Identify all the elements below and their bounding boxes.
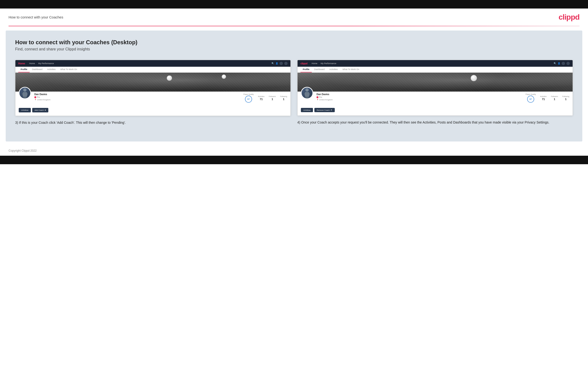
right-cover-texture [298, 73, 573, 92]
right-stats: Player Quality 97 Activities 71 Follower… [526, 92, 569, 103]
right-activities-label: Activities [540, 96, 547, 97]
right-remove-coach-button[interactable]: Remove Coach ✕ [314, 108, 335, 112]
left-stat-following: Following 1 [280, 96, 287, 100]
left-add-coach-button[interactable]: Add Coach + [32, 108, 48, 112]
left-action-buttons: Unfollow Add Coach + [15, 108, 290, 116]
left-mock-profile-area: Dan Davies Pro United Kingdom Play [15, 73, 290, 116]
left-settings-icon [280, 62, 283, 65]
page-header-title: How to connect with your Coaches [9, 15, 63, 19]
left-cover-image [15, 73, 290, 92]
left-following-value: 1 [280, 98, 287, 100]
left-stat-followers: Followers 1 [269, 96, 276, 100]
svg-rect-11 [307, 97, 309, 99]
left-stats: Player Quality 97 Activities 71 Follower… [243, 92, 287, 103]
left-user-icon: 👤 [276, 62, 278, 65]
left-followers-value: 1 [269, 98, 276, 100]
left-profile-info: Dan Davies Pro United Kingdom Play [15, 92, 290, 106]
right-following-label: Following [562, 96, 569, 97]
left-globe-icon [284, 62, 288, 65]
right-tab-dashboard[interactable]: Dashboard [312, 67, 327, 72]
right-followers-value: 1 [551, 98, 558, 100]
right-mock-nav: clippd Home My Performance 🔍 👤 [298, 60, 573, 67]
right-mock-browser: clippd Home My Performance 🔍 👤 [297, 60, 573, 116]
right-nav-performance: My Performance [320, 62, 336, 65]
left-pro-label: Pro [37, 96, 40, 98]
left-cover-ball [167, 75, 172, 81]
header-divider [9, 26, 579, 26]
right-settings-icon [562, 62, 565, 65]
right-location: United Kingdom [317, 99, 522, 101]
left-unfollow-button[interactable]: Unfollow [19, 108, 31, 112]
left-quality-circle: 97 [245, 96, 252, 103]
copyright-text: Copyright Clippd 2022 [9, 149, 37, 152]
left-tab-what-to-work-on[interactable]: What To Work On [58, 67, 80, 72]
page-subheading: Find, connect and share your Clippd insi… [15, 47, 573, 51]
right-avatar-wrap [301, 87, 313, 99]
left-avatar-golfer-svg [20, 88, 30, 99]
right-avatar-golfer-svg [302, 88, 312, 99]
right-activities-value: 71 [540, 98, 547, 100]
left-stat-activities: Activities 71 [258, 96, 265, 100]
left-mock-nav-links: Home My Performance [29, 62, 267, 65]
top-bar [0, 0, 588, 8]
right-tab-what-to-work-on[interactable]: What To Work On [340, 67, 362, 72]
left-caption: 3) If this is your Coach click 'Add Coac… [15, 120, 291, 125]
right-action-buttons: Unfollow Remove Coach ✕ [298, 108, 573, 116]
right-stat-activities: Activities 71 [540, 96, 547, 100]
right-avatar [301, 87, 313, 99]
right-quality-circle: 97 [527, 96, 534, 103]
screenshots-row: Home Home My Performance 🔍 👤 Profile [15, 60, 573, 125]
right-player-badge: Pro [317, 96, 522, 98]
left-cover-ball-right [222, 75, 226, 79]
left-search-icon: 🔍 [271, 62, 274, 65]
footer: Copyright Clippd 2022 [0, 146, 588, 156]
right-profile-text: Dan Davies Pro United Kingdom [317, 92, 522, 101]
left-stat-quality: Player Quality 97 [243, 93, 254, 103]
right-stat-followers: Followers 1 [551, 96, 558, 100]
left-mock-browser: Home Home My Performance 🔍 👤 Profile [15, 60, 291, 116]
right-remove-coach-label: Remove Coach [317, 109, 330, 111]
right-profile-info: Dan Davies Pro United Kingdom Play [298, 92, 573, 106]
left-nav-home: Home [29, 62, 35, 65]
left-activities-label: Activities [258, 96, 265, 97]
right-mock-nav-icons: 🔍 👤 [554, 62, 570, 65]
left-add-coach-plus-icon: + [44, 109, 46, 111]
right-globe-icon [566, 62, 570, 65]
page-header: How to connect with your Coaches clippd [0, 8, 588, 26]
left-tab-profile[interactable]: Profile [18, 67, 30, 72]
clippd-logo: clippd [559, 13, 579, 22]
left-player-name: Dan Davies [34, 93, 240, 96]
right-player-name: Dan Davies [317, 93, 522, 96]
right-nav-home: Home [311, 62, 317, 65]
right-mock-profile-area: Dan Davies Pro United Kingdom Play [298, 73, 573, 116]
svg-point-0 [23, 88, 26, 92]
right-search-icon: 🔍 [554, 62, 556, 65]
page-heading: How to connect with your Coaches (Deskto… [15, 39, 573, 46]
right-cover-image [298, 73, 573, 92]
right-pro-label: Pro [319, 96, 322, 98]
right-tab-activities[interactable]: Activities [327, 67, 340, 72]
left-tab-activities[interactable]: Activities [45, 67, 58, 72]
right-user-icon: 👤 [558, 62, 560, 65]
left-quality-label: Player Quality [243, 93, 254, 95]
right-nav-logo-text: clippd [300, 62, 307, 65]
right-tab-profile[interactable]: Profile [300, 67, 312, 72]
right-caption: 4) Once your Coach accepts your request … [297, 120, 573, 125]
right-unfollow-button[interactable]: Unfollow [301, 108, 313, 112]
right-badge-icon [317, 96, 318, 98]
left-followers-label: Followers [269, 96, 276, 97]
right-followers-label: Followers [551, 96, 558, 97]
left-mock-nav: Home Home My Performance 🔍 👤 [15, 60, 290, 67]
left-cover-texture [15, 73, 290, 92]
left-tab-dashboard[interactable]: Dashboard [30, 67, 45, 72]
svg-point-6 [305, 88, 309, 92]
left-badge-icon [34, 96, 36, 98]
main-content-area: How to connect with your Coaches (Deskto… [6, 31, 582, 142]
right-mock-logo: clippd [300, 62, 307, 65]
left-nav-performance: My Performance [38, 62, 54, 65]
left-profile-text: Dan Davies Pro United Kingdom [34, 92, 240, 101]
left-location: United Kingdom [34, 99, 240, 101]
right-following-value: 1 [562, 98, 569, 100]
left-mock-nav-icons: 🔍 👤 [271, 62, 288, 65]
right-mock-tabs: Profile Dashboard Activities What To Wor… [298, 67, 573, 73]
